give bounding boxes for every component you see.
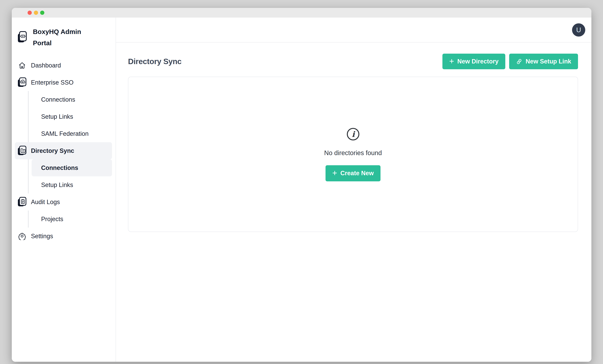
page-content: Directory Sync + New Directory [116, 43, 591, 362]
window-titlebar [12, 8, 591, 18]
sso-cloud-badge-icon [17, 77, 27, 88]
new-setup-link-button[interactable]: New Setup Link [509, 54, 578, 69]
page-title: Directory Sync [128, 57, 182, 66]
topbar: U [116, 18, 591, 43]
sidebar-item-dashboard[interactable]: Dashboard [15, 57, 112, 74]
sidebar-item-projects[interactable]: Projects [29, 210, 112, 228]
app-title: BoxyHQ Admin Portal [33, 26, 81, 49]
new-directory-button[interactable]: + New Directory [442, 54, 505, 69]
app-title-line1: BoxyHQ Admin [33, 26, 81, 37]
new-setup-link-label: New Setup Link [526, 58, 571, 65]
clipboard-badge-icon [17, 197, 27, 207]
sidebar-subitem-label: Setup Links [41, 113, 73, 120]
zoom-window-button[interactable] [40, 11, 44, 15]
app-window: BoxyHQ Admin Portal Dashboard [12, 8, 591, 362]
app-body: BoxyHQ Admin Portal Dashboard [12, 18, 591, 362]
sidebar: BoxyHQ Admin Portal Dashboard [12, 18, 116, 362]
svg-text:i: i [352, 130, 355, 139]
empty-state-message: No directories found [324, 149, 382, 156]
page-actions: + New Directory New Setup Link [442, 54, 578, 69]
sidebar-group-enterprise-sso: Connections Setup Links SAML Federation [28, 91, 116, 142]
folder-sync-badge-icon [17, 146, 27, 156]
sidebar-nav: Dashboard Enterprise SSO [12, 57, 116, 245]
sidebar-subitem-label: Projects [41, 216, 63, 223]
sidebar-group-audit-logs: Projects [28, 210, 116, 228]
sidebar-subitem-label: Setup Links [41, 182, 73, 188]
sidebar-item-sso-setup-links[interactable]: Setup Links [29, 108, 112, 125]
sidebar-subitem-label: Connections [41, 96, 75, 103]
sidebar-group-directory-sync: Connections Setup Links [28, 159, 116, 193]
sidebar-item-enterprise-sso[interactable]: Enterprise SSO [15, 74, 112, 91]
sidebar-item-label: Dashboard [31, 62, 61, 69]
main-area: U Directory Sync + New Directory [116, 18, 591, 362]
sidebar-item-dsync-connections[interactable]: Connections [32, 159, 112, 176]
home-icon [17, 62, 27, 69]
user-avatar[interactable]: U [572, 23, 585, 37]
gear-icon [17, 232, 27, 240]
brand[interactable]: BoxyHQ Admin Portal [17, 26, 112, 49]
sidebar-item-saml-federation[interactable]: SAML Federation [29, 125, 112, 142]
create-new-label: Create New [340, 170, 374, 177]
sidebar-item-audit-logs[interactable]: Audit Logs [15, 193, 112, 210]
sidebar-item-label: Audit Logs [31, 199, 60, 206]
code-badge-icon [17, 31, 27, 44]
page-header: Directory Sync + New Directory [128, 54, 578, 69]
create-new-button[interactable]: + Create New [325, 165, 381, 181]
sidebar-item-label: Enterprise SSO [31, 79, 73, 86]
close-window-button[interactable] [28, 11, 32, 15]
info-icon: i [346, 127, 360, 142]
sidebar-item-dsync-setup-links[interactable]: Setup Links [29, 176, 112, 193]
sidebar-subitem-label: Connections [41, 165, 78, 171]
directories-empty-state-card: i No directories found + Create New [128, 77, 578, 232]
sidebar-item-label: Directory Sync [31, 147, 74, 154]
sidebar-item-settings[interactable]: Settings [15, 228, 112, 245]
sidebar-subitem-label: SAML Federation [41, 130, 89, 137]
sidebar-item-directory-sync[interactable]: Directory Sync [15, 142, 112, 159]
app-title-line2: Portal [33, 37, 81, 49]
sidebar-item-label: Settings [31, 233, 53, 240]
sidebar-item-sso-connections[interactable]: Connections [29, 91, 112, 108]
new-directory-label: New Directory [457, 58, 499, 65]
link-icon [516, 58, 522, 65]
minimize-window-button[interactable] [34, 11, 38, 15]
